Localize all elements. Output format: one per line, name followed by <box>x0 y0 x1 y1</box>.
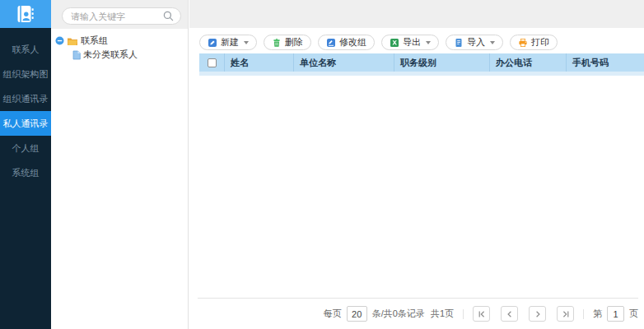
last-page-button[interactable] <box>557 306 574 322</box>
sidebar-item-org-directory[interactable]: 组织通讯录 <box>0 86 51 111</box>
total-pages-label: 共1页 <box>431 308 454 320</box>
search-box <box>62 7 181 25</box>
import-button-label: 导入 <box>467 36 485 49</box>
export-button[interactable]: 导出 <box>381 35 439 50</box>
sidebar-item-org-chart[interactable]: 组织架构图 <box>0 62 51 86</box>
sidebar-item-system-group[interactable]: 系统组 <box>0 160 51 185</box>
page-suffix-label: 页 <box>629 308 638 320</box>
next-page-button[interactable] <box>529 306 546 322</box>
column-header-unit[interactable]: 单位名称 <box>294 53 394 72</box>
per-page-label: 每页 <box>324 308 342 320</box>
group-panel: 联系组 未分类联系人 <box>51 0 189 329</box>
select-all-cell <box>199 53 225 72</box>
column-header-mobile[interactable]: 手机号码 <box>567 53 644 72</box>
caret-down-icon <box>244 41 249 44</box>
first-page-button[interactable] <box>473 306 490 322</box>
group-tree: 联系组 未分类联系人 <box>51 29 188 60</box>
tree-root-row[interactable]: 联系组 <box>55 35 188 46</box>
folder-icon <box>67 36 78 46</box>
pagination-bar: 每页 条/共0条记录 共1页 <box>198 298 638 329</box>
import-button[interactable]: 导入 <box>446 35 503 50</box>
main-area: 新建 删除 <box>189 0 644 329</box>
records-count-label: 条/共0条记录 <box>372 308 425 320</box>
search-input[interactable] <box>63 12 163 21</box>
prev-page-icon <box>506 310 514 318</box>
trash-icon <box>272 38 282 48</box>
new-doc-icon <box>208 38 217 48</box>
last-page-icon <box>562 310 570 318</box>
column-header-name[interactable]: 姓名 <box>225 53 294 72</box>
app-window: 联系人 组织架构图 组织通讯录 私人通讯录 个人组 系统组 <box>0 0 644 329</box>
caret-down-icon <box>426 41 431 44</box>
export-button-label: 导出 <box>403 36 421 49</box>
import-doc-icon <box>454 38 464 48</box>
sidebar: 联系人 组织架构图 组织通讯录 私人通讯录 个人组 系统组 <box>0 0 51 329</box>
edit-icon <box>326 38 336 48</box>
delete-button[interactable]: 删除 <box>264 35 311 50</box>
caret-down-icon <box>490 41 495 44</box>
app-logo[interactable] <box>0 0 51 28</box>
print-button-label: 打印 <box>531 36 549 49</box>
address-book-icon <box>15 3 36 25</box>
column-header-rank[interactable]: 职务级别 <box>394 53 490 72</box>
sidebar-item-contacts[interactable]: 联系人 <box>0 37 51 62</box>
new-button[interactable]: 新建 <box>199 35 257 50</box>
sidebar-nav: 联系人 组织架构图 组织通讯录 私人通讯录 个人组 系统组 <box>0 37 51 185</box>
page-size-input[interactable] <box>347 306 367 322</box>
tree-item-row[interactable]: 未分类联系人 <box>55 49 188 60</box>
page-number-input[interactable] <box>607 306 624 322</box>
search-icon[interactable] <box>163 11 174 21</box>
toolbar: 新建 删除 <box>189 28 644 50</box>
file-icon <box>72 50 81 60</box>
sidebar-item-personal-group[interactable]: 个人组 <box>0 136 51 160</box>
modify-group-button-label: 修改组 <box>339 36 366 49</box>
search-bar-area <box>51 0 188 29</box>
prev-page-button[interactable] <box>501 306 518 322</box>
print-button[interactable]: 打印 <box>510 35 558 50</box>
divider <box>463 309 464 319</box>
delete-button-label: 删除 <box>285 36 303 49</box>
tree-item-label[interactable]: 未分类联系人 <box>83 49 138 61</box>
table-body-empty <box>189 76 644 294</box>
first-page-icon <box>478 310 486 318</box>
column-header-office-phone[interactable]: 办公电话 <box>490 53 567 72</box>
printer-icon <box>518 38 528 48</box>
collapse-minus-icon[interactable] <box>55 36 64 45</box>
tree-root-label[interactable]: 联系组 <box>81 35 108 47</box>
page-prefix-label: 第 <box>593 308 602 320</box>
main-top-strip <box>189 0 644 28</box>
new-button-label: 新建 <box>221 36 239 49</box>
export-excel-icon <box>390 38 399 48</box>
table-header: 姓名 单位名称 职务级别 办公电话 手机号码 <box>199 53 644 72</box>
sidebar-item-private-directory[interactable]: 私人通讯录 <box>0 111 51 136</box>
select-all-checkbox[interactable] <box>208 58 217 67</box>
modify-group-button[interactable]: 修改组 <box>318 35 375 50</box>
next-page-icon <box>534 310 542 318</box>
divider <box>583 309 584 319</box>
